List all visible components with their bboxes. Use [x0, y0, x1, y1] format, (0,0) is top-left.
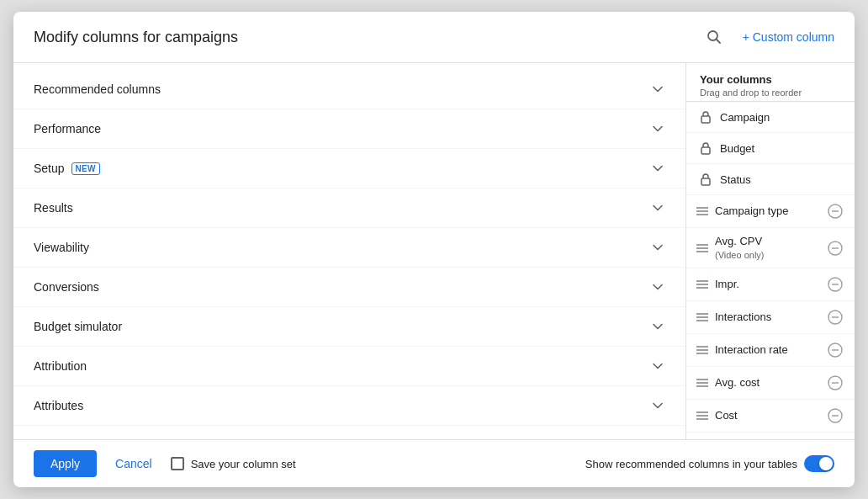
toggle-thumb	[819, 457, 833, 470]
section-item-results[interactable]: Results	[13, 188, 685, 228]
remove-column-button[interactable]	[826, 406, 844, 425]
cancel-button[interactable]: Cancel	[105, 450, 162, 477]
remove-column-button[interactable]	[826, 341, 844, 359]
drag-handle-icon	[696, 411, 708, 420]
footer-right: Show recommended columns in your tables	[585, 455, 834, 472]
locked-column-item: Budget	[686, 133, 855, 164]
chevron-down-icon	[650, 319, 665, 334]
draggable-item-label: Interaction rate	[715, 343, 819, 358]
lock-icon	[700, 141, 712, 155]
modal-footer: Apply Cancel Save your column set Show r…	[13, 439, 855, 487]
section-item-competitive-metrics[interactable]: Competitive metrics	[13, 426, 685, 439]
locked-column-item: Status	[686, 164, 855, 195]
locked-item-label: Campaign	[720, 111, 770, 124]
footer-buttons: Apply Cancel	[34, 450, 162, 477]
section-label-setup: SetupNEW	[34, 162, 100, 175]
section-label-budget-simulator: Budget simulator	[34, 320, 122, 333]
chevron-down-icon	[650, 279, 665, 295]
lock-icon	[700, 173, 712, 186]
draggable-item-sublabel: (Video only)	[715, 249, 819, 261]
save-column-set-label: Save your column set	[191, 458, 296, 470]
modal-body: Recommended columnsPerformanceSetupNEWRe…	[13, 63, 855, 439]
svg-rect-3	[701, 147, 710, 154]
draggable-items-container: Campaign typeAvg. CPV(Video only)Impr.In…	[686, 195, 855, 433]
show-recommended-label: Show recommended columns in your tables	[585, 458, 797, 470]
draggable-column-item[interactable]: Interaction rate	[686, 334, 855, 367]
drag-handle-icon	[696, 313, 708, 321]
section-item-setup[interactable]: SetupNEW	[13, 149, 685, 188]
remove-column-button[interactable]	[826, 308, 844, 326]
remove-column-button[interactable]	[826, 374, 844, 392]
section-label-performance: Performance	[34, 122, 101, 135]
chevron-down-icon	[650, 161, 665, 176]
show-recommended-toggle-wrapper: Show recommended columns in your tables	[585, 455, 834, 472]
locked-item-label: Budget	[720, 142, 754, 155]
drag-handle-icon	[696, 244, 708, 252]
save-column-set-checkbox-wrapper[interactable]: Save your column set	[171, 457, 296, 470]
your-columns-header: Your columns Drag and drop to reorder	[686, 63, 855, 102]
svg-line-1	[716, 40, 720, 44]
section-label-attribution: Attribution	[34, 359, 87, 373]
locked-item-label: Status	[720, 173, 751, 186]
chevron-down-icon	[650, 358, 665, 374]
section-label-results: Results	[34, 201, 73, 215]
draggable-item-label: Cost	[715, 409, 819, 423]
draggable-item-label: Campaign type	[715, 204, 819, 219]
custom-column-button[interactable]: + Custom column	[743, 30, 834, 44]
lock-icon	[700, 110, 712, 124]
remove-column-button[interactable]	[826, 239, 844, 257]
section-label-attributes: Attributes	[34, 399, 83, 412]
svg-rect-2	[701, 116, 710, 123]
chevron-down-icon	[650, 398, 665, 413]
draggable-item-label: Avg. CPV(Video only)	[715, 235, 819, 261]
drag-handle-icon	[696, 346, 708, 354]
section-label-viewability: Viewability	[34, 241, 89, 254]
search-icon	[706, 29, 722, 45]
section-item-performance[interactable]: Performance	[13, 109, 685, 149]
draggable-column-item[interactable]: Interactions	[686, 301, 855, 334]
left-panel: Recommended columnsPerformanceSetupNEWRe…	[13, 63, 686, 439]
locked-column-item: Campaign	[686, 102, 855, 133]
draggable-item-label: Interactions	[715, 311, 819, 325]
header-actions: + Custom column	[702, 25, 834, 49]
modify-columns-modal: Modify columns for campaigns + Custom co…	[13, 12, 855, 487]
footer-left: Apply Cancel Save your column set	[34, 450, 296, 477]
drag-handle-icon	[696, 280, 708, 289]
drag-handle-icon	[696, 207, 708, 215]
section-item-conversions[interactable]: Conversions	[13, 268, 685, 307]
locked-items-container: Campaign Budget Status	[686, 102, 855, 195]
section-label-conversions: Conversions	[34, 280, 99, 294]
chevron-down-icon	[650, 200, 665, 215]
remove-column-button[interactable]	[826, 275, 844, 294]
apply-button[interactable]: Apply	[34, 450, 97, 477]
section-item-attribution[interactable]: Attribution	[13, 347, 685, 386]
draggable-column-item[interactable]: Campaign type	[686, 195, 855, 228]
show-recommended-toggle[interactable]	[804, 455, 834, 472]
drag-handle-icon	[696, 379, 708, 387]
your-columns-subtitle: Drag and drop to reorder	[700, 88, 841, 98]
draggable-column-item[interactable]: Impr.	[686, 268, 855, 301]
section-item-recommended-columns[interactable]: Recommended columns	[13, 70, 685, 109]
draggable-column-item[interactable]: Cost	[686, 400, 855, 433]
svg-rect-4	[701, 178, 710, 185]
section-label-recommended-columns: Recommended columns	[34, 82, 161, 96]
new-badge: NEW	[71, 162, 100, 175]
draggable-column-item[interactable]: Avg. CPV(Video only)	[686, 228, 855, 268]
chevron-down-icon	[650, 240, 665, 255]
custom-column-label: + Custom column	[743, 30, 834, 44]
section-item-attributes[interactable]: Attributes	[13, 386, 685, 426]
section-item-viewability[interactable]: Viewability	[13, 228, 685, 268]
search-button[interactable]	[702, 25, 726, 49]
chevron-down-icon	[650, 82, 665, 97]
draggable-column-item[interactable]: Avg. cost	[686, 367, 855, 400]
save-column-set-checkbox[interactable]	[171, 457, 184, 470]
draggable-item-label: Impr.	[715, 278, 819, 292]
right-panel: Your columns Drag and drop to reorder Ca…	[686, 63, 855, 439]
modal-header: Modify columns for campaigns + Custom co…	[13, 12, 855, 63]
remove-column-button[interactable]	[826, 202, 844, 220]
draggable-item-label: Avg. cost	[715, 376, 819, 390]
your-columns-title: Your columns	[700, 73, 841, 86]
modal-title: Modify columns for campaigns	[34, 29, 238, 46]
chevron-down-icon	[650, 121, 665, 136]
section-item-budget-simulator[interactable]: Budget simulator	[13, 307, 685, 347]
